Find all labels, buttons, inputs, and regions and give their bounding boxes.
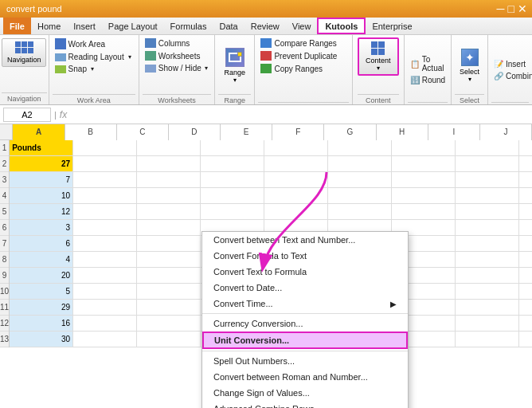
- cell-i11[interactable]: [519, 300, 532, 316]
- cell-e4[interactable]: [264, 188, 328, 204]
- col-header-f[interactable]: F: [272, 124, 324, 140]
- cell-h6[interactable]: [456, 220, 519, 236]
- cell-g5[interactable]: [392, 204, 456, 220]
- cell-i5[interactable]: [519, 204, 532, 220]
- maximize-btn[interactable]: □: [508, 2, 514, 15]
- cell-b8[interactable]: [73, 252, 137, 268]
- col-header-a[interactable]: A: [13, 124, 65, 140]
- cell-f1[interactable]: [328, 140, 392, 156]
- dropdown-currency-conversion[interactable]: Currency Conversion...: [202, 316, 408, 332]
- col-header-j[interactable]: J: [480, 124, 532, 140]
- cell-a4[interactable]: 10: [10, 188, 73, 204]
- cell-b4[interactable]: [73, 188, 137, 204]
- cell-a11[interactable]: 29: [10, 300, 73, 316]
- dropdown-spell-out[interactable]: Spell Out Numbers...: [202, 353, 408, 369]
- cell-b5[interactable]: [73, 204, 137, 220]
- cell-i4[interactable]: [519, 188, 532, 204]
- cell-a3[interactable]: 7: [10, 172, 73, 188]
- cell-a2[interactable]: 27: [10, 156, 73, 172]
- cell-d1[interactable]: [201, 140, 264, 156]
- cell-e5[interactable]: [264, 204, 328, 220]
- cell-a13[interactable]: 30: [10, 332, 73, 347]
- worksheets-button[interactable]: Worksheets: [143, 50, 211, 61]
- reading-layout-button[interactable]: Reading Layout ▾: [53, 52, 135, 62]
- cell-f2[interactable]: [328, 156, 392, 172]
- insert-button[interactable]: 📝 Insert: [491, 59, 529, 69]
- cell-b11[interactable]: [73, 300, 137, 316]
- col-header-e[interactable]: E: [221, 124, 272, 140]
- to-actual-button[interactable]: 📋 To Actual: [408, 54, 448, 73]
- navigation-button[interactable]: Navigation: [2, 38, 46, 67]
- compare-ranges-button[interactable]: Compare Ranges: [258, 37, 348, 49]
- menu-view[interactable]: View: [286, 18, 318, 34]
- col-header-h[interactable]: H: [377, 124, 428, 140]
- combine-button[interactable]: 🔗 Combine: [491, 71, 529, 81]
- snap-button[interactable]: Snap ▾: [53, 64, 135, 74]
- cell-c9[interactable]: [137, 268, 201, 284]
- cell-a7[interactable]: 6: [10, 236, 73, 252]
- cell-a6[interactable]: 3: [10, 220, 73, 236]
- cell-h4[interactable]: [456, 188, 519, 204]
- cell-d2[interactable]: [201, 156, 264, 172]
- cell-e1[interactable]: [264, 140, 328, 156]
- cell-i13[interactable]: [519, 332, 532, 347]
- show-hide-button[interactable]: Show / Hide ▾: [143, 63, 211, 73]
- cell-d4[interactable]: [201, 188, 264, 204]
- cell-c6[interactable]: [137, 220, 201, 236]
- cell-b1[interactable]: [73, 140, 137, 156]
- cell-c11[interactable]: [137, 300, 201, 316]
- close-btn[interactable]: ✕: [518, 2, 527, 15]
- select-button[interactable]: ✦ Select ▾: [460, 37, 479, 94]
- cell-i10[interactable]: [519, 284, 532, 300]
- cell-h7[interactable]: [456, 236, 519, 252]
- cell-h1[interactable]: [456, 140, 519, 156]
- cell-c13[interactable]: [137, 332, 201, 347]
- cell-a12[interactable]: 16: [10, 316, 73, 332]
- copy-ranges-button[interactable]: Copy Ranges: [258, 63, 348, 74]
- col-header-c[interactable]: C: [117, 124, 169, 140]
- round-button[interactable]: 🔢 Round: [408, 75, 448, 85]
- dropdown-roman-number[interactable]: Convert between Roman and Number...: [202, 369, 408, 385]
- cell-h13[interactable]: [456, 332, 519, 347]
- cell-h12[interactable]: [456, 316, 519, 332]
- cell-g4[interactable]: [392, 188, 456, 204]
- cell-c10[interactable]: [137, 284, 201, 300]
- dropdown-advanced-combine[interactable]: Advanced Combine Rows...: [202, 401, 408, 408]
- menu-file[interactable]: File: [3, 18, 31, 34]
- menu-review[interactable]: Review: [244, 18, 286, 34]
- cell-h10[interactable]: [456, 284, 519, 300]
- range-button[interactable]: Range ▾: [225, 37, 246, 94]
- cell-c2[interactable]: [137, 156, 201, 172]
- dropdown-convert-text-formula[interactable]: Convert Text to Formula: [202, 264, 408, 280]
- cell-reference-input[interactable]: [3, 108, 51, 122]
- menu-formulas[interactable]: Formulas: [164, 18, 213, 34]
- dropdown-convert-formula-text[interactable]: Convert Formula to Text: [202, 248, 408, 264]
- cell-c7[interactable]: [137, 236, 201, 252]
- cell-h11[interactable]: [456, 300, 519, 316]
- content-button[interactable]: Content ▾: [358, 37, 399, 76]
- cell-b3[interactable]: [73, 172, 137, 188]
- cell-e2[interactable]: [264, 156, 328, 172]
- cell-h5[interactable]: [456, 204, 519, 220]
- cell-e3[interactable]: [264, 172, 328, 188]
- cell-i1[interactable]: [519, 140, 532, 156]
- cell-g2[interactable]: [392, 156, 456, 172]
- cell-i6[interactable]: [519, 220, 532, 236]
- dropdown-convert-time[interactable]: Convert Time... ▶: [202, 296, 408, 312]
- cell-f4[interactable]: [328, 188, 392, 204]
- cell-i2[interactable]: [519, 156, 532, 172]
- cell-h2[interactable]: [456, 156, 519, 172]
- menu-data[interactable]: Data: [213, 18, 244, 34]
- prevent-duplicate-button[interactable]: Prevent Duplicate: [258, 50, 348, 61]
- menu-page-layout[interactable]: Page Layout: [102, 18, 164, 34]
- cell-d5[interactable]: [201, 204, 264, 220]
- minimize-btn[interactable]: ─: [497, 2, 505, 15]
- cell-g3[interactable]: [392, 172, 456, 188]
- cell-f5[interactable]: [328, 204, 392, 220]
- cell-a1[interactable]: Pounds: [10, 140, 73, 156]
- dropdown-convert-date[interactable]: Convert to Date...: [202, 280, 408, 296]
- menu-home[interactable]: Home: [31, 18, 67, 34]
- cell-a5[interactable]: 12: [10, 204, 73, 220]
- col-header-i[interactable]: I: [428, 124, 480, 140]
- dropdown-unit-conversion[interactable]: Unit Conversion...: [202, 332, 408, 349]
